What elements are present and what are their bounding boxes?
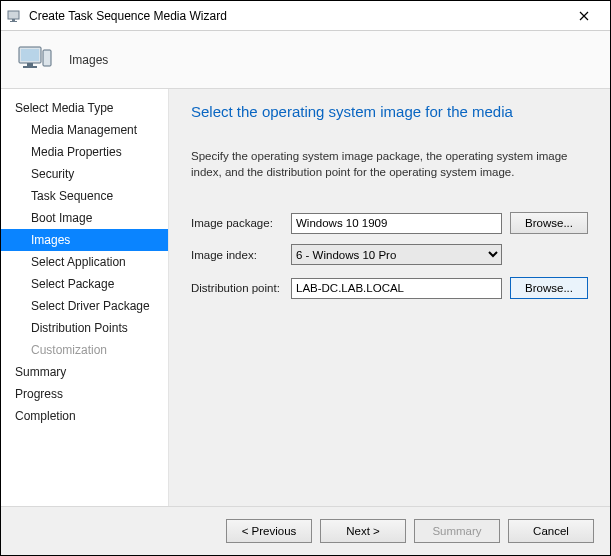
svg-rect-7 [43, 50, 51, 66]
distribution-point-browse-button[interactable]: Browse... [510, 277, 588, 299]
wizard-body: Select Media TypeMedia ManagementMedia P… [1, 89, 610, 506]
image-index-select[interactable]: 6 - Windows 10 Pro [291, 244, 502, 265]
sidebar-item-summary[interactable]: Summary [1, 361, 168, 383]
image-package-field[interactable] [291, 213, 502, 234]
sidebar-item-media-management[interactable]: Media Management [1, 119, 168, 141]
sidebar-item-boot-image[interactable]: Boot Image [1, 207, 168, 229]
sidebar-item-completion[interactable]: Completion [1, 405, 168, 427]
image-package-label: Image package: [191, 217, 283, 229]
computer-icon [15, 40, 55, 80]
sidebar-item-customization: Customization [1, 339, 168, 361]
sidebar: Select Media TypeMedia ManagementMedia P… [1, 89, 169, 506]
distribution-point-field[interactable] [291, 278, 502, 299]
window-title: Create Task Sequence Media Wizard [29, 9, 564, 23]
svg-rect-6 [23, 66, 37, 68]
svg-rect-1 [12, 19, 15, 21]
content-heading: Select the operating system image for th… [191, 103, 588, 120]
page-title: Images [69, 53, 108, 67]
distribution-point-label: Distribution point: [191, 282, 283, 294]
next-button[interactable]: Next > [320, 519, 406, 543]
content-description: Specify the operating system image packa… [191, 148, 588, 180]
image-package-row: Image package: Browse... [191, 212, 588, 234]
summary-button[interactable]: Summary [414, 519, 500, 543]
image-index-label: Image index: [191, 249, 283, 261]
svg-rect-0 [8, 11, 19, 19]
image-index-row: Image index: 6 - Windows 10 Pro [191, 244, 588, 265]
wizard-footer: < Previous Next > Summary Cancel [1, 506, 610, 555]
previous-button[interactable]: < Previous [226, 519, 312, 543]
titlebar: Create Task Sequence Media Wizard [1, 1, 610, 31]
sidebar-item-select-application[interactable]: Select Application [1, 251, 168, 273]
svg-rect-2 [10, 21, 17, 22]
close-button[interactable] [564, 2, 604, 30]
svg-rect-5 [27, 63, 33, 66]
sidebar-item-progress[interactable]: Progress [1, 383, 168, 405]
cancel-button[interactable]: Cancel [508, 519, 594, 543]
svg-rect-4 [21, 49, 39, 61]
app-icon [7, 8, 23, 24]
sidebar-item-distribution-points[interactable]: Distribution Points [1, 317, 168, 339]
sidebar-item-task-sequence[interactable]: Task Sequence [1, 185, 168, 207]
content-pane: Select the operating system image for th… [169, 89, 610, 506]
wizard-header: Images [1, 31, 610, 89]
sidebar-item-select-package[interactable]: Select Package [1, 273, 168, 295]
sidebar-item-select-media-type[interactable]: Select Media Type [1, 97, 168, 119]
sidebar-item-select-driver-package[interactable]: Select Driver Package [1, 295, 168, 317]
sidebar-item-images[interactable]: Images [1, 229, 168, 251]
image-package-browse-button[interactable]: Browse... [510, 212, 588, 234]
sidebar-item-security[interactable]: Security [1, 163, 168, 185]
sidebar-item-media-properties[interactable]: Media Properties [1, 141, 168, 163]
distribution-point-row: Distribution point: Browse... [191, 277, 588, 299]
wizard-window: Create Task Sequence Media Wizard Images… [0, 0, 611, 556]
